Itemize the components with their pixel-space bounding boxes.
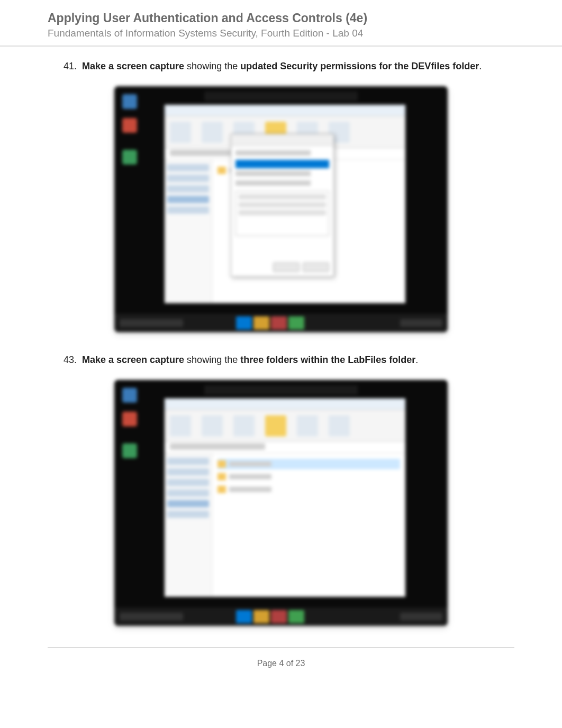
explorer-body [165,453,405,597]
folder-row [217,471,400,482]
dialog-label [235,150,311,156]
explorer-nav-pane [165,453,212,597]
document-header: Applying User Authentication and Access … [0,11,562,47]
taskbar-icon [253,316,269,330]
vm-titlebar [204,385,358,395]
folder-name [229,474,271,479]
desktop-icon [122,150,137,165]
folder-name [229,487,271,492]
folder-icon [217,486,226,493]
dialog-body [231,146,333,240]
taskbar-center [236,316,304,330]
nav-item [167,511,209,518]
dialog-label [235,171,311,176]
explorer-titlebar [165,398,405,410]
dialog-button [303,262,329,272]
document-title: Applying User Authentication and Access … [48,11,514,26]
instruction-number: 43. [58,354,77,366]
ribbon-button [170,122,191,143]
nav-item [167,489,209,497]
ribbon-button [202,122,223,143]
dialog-tabs [231,134,333,146]
page-number: Page 4 of 23 [0,656,562,671]
dialog-button-row [235,262,329,272]
instruction-period: . [415,354,418,365]
desktop-icon [122,443,137,458]
taskbar-icon [236,316,252,330]
instruction-bold-subject: three folders within the LabFiles folder [240,354,415,365]
screenshot-container-1 [48,86,514,332]
taskbar-icon [271,316,287,330]
taskbar-left [120,613,183,621]
windows-taskbar [114,314,448,332]
nav-item [167,185,209,193]
file-explorer-window [165,398,405,597]
folder-name [229,461,271,467]
nav-item [167,206,209,214]
taskbar-icon [288,610,304,623]
taskbar-center [236,610,304,623]
instruction-middle: showing the [184,354,240,365]
footer-divider [48,647,514,648]
nav-item [167,458,209,465]
permission-row [239,194,326,199]
instruction-number: 41. [58,61,77,72]
explorer-titlebar [165,105,405,116]
instruction-period: . [479,61,482,71]
instruction-text: Make a screen capture showing the three … [82,353,418,367]
nav-item [167,468,209,476]
dialog-selected-group [235,160,329,168]
instruction-43: 43. Make a screen capture showing the th… [48,353,514,367]
desktop-icon [122,118,137,133]
folder-icon [217,167,226,174]
vm-desktop [114,86,448,332]
instruction-middle: showing the [184,61,240,71]
taskbar-icon [236,610,252,623]
nav-item [167,164,209,171]
taskbar-clock [400,319,442,327]
desktop-icon [122,388,137,403]
explorer-file-list [212,453,405,597]
permission-row [239,210,326,215]
ribbon-button [329,415,350,436]
screenshot-container-2 [48,380,514,626]
instruction-41: 41. Make a screen capture showing the up… [48,60,514,73]
explorer-nav-pane [165,160,212,303]
instruction-bold-intro: Make a screen capture [82,61,184,71]
windows-taskbar [114,607,448,626]
ribbon-button [265,415,286,436]
taskbar-clock [400,613,442,621]
breadcrumb-path [170,443,265,450]
folder-icon [217,473,226,480]
nav-item [167,500,209,507]
dialog-label [235,180,311,186]
explorer-ribbon [165,410,405,442]
screenshot-devfiles-permissions [114,86,448,332]
instruction-bold-subject: updated Security permissions for the DEV… [240,61,479,71]
permissions-listbox [235,191,329,236]
desktop-icon [122,412,137,426]
permission-row [239,202,326,207]
screenshot-labfiles-folders [114,380,448,626]
folder-row [217,484,400,495]
taskbar-icon [288,316,304,330]
ribbon-button [170,415,191,436]
instruction-text: Make a screen capture showing the update… [82,60,482,73]
ribbon-button [233,415,255,436]
desktop-icon [122,94,137,109]
ribbon-button [297,415,318,436]
dialog-button [273,262,300,272]
document-subtitle: Fundamentals of Information Systems Secu… [48,28,514,39]
breadcrumb-bar [165,442,405,453]
document-content: 41. Make a screen capture showing the up… [0,60,562,626]
vm-desktop [114,380,448,626]
vm-titlebar [204,92,358,101]
nav-item [167,175,209,182]
taskbar-left [120,319,183,327]
properties-dialog [231,134,334,277]
ribbon-button [202,415,223,436]
folder-icon [217,460,226,468]
nav-item [167,196,209,203]
folder-row [217,459,400,469]
taskbar-icon [253,610,269,623]
